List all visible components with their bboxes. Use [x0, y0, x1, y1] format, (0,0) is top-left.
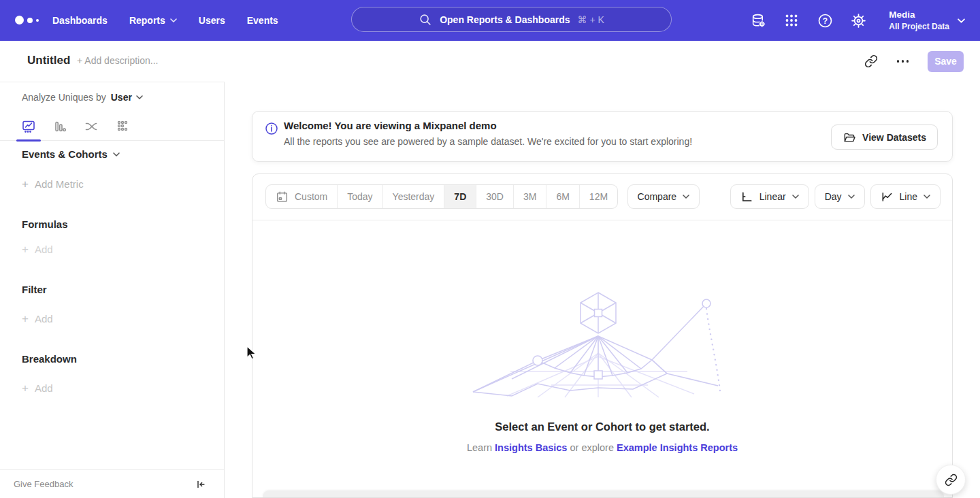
tab-flows[interactable]: [79, 113, 103, 140]
nav-item-dashboards[interactable]: Dashboards: [52, 15, 108, 26]
collapse-sidebar-icon[interactable]: [195, 479, 206, 490]
nav-label: Events: [247, 15, 278, 26]
settings-gear-icon[interactable]: [850, 12, 866, 29]
view-datasets-label: View Datasets: [862, 132, 926, 143]
filter-section-header: Filter: [22, 284, 47, 295]
data-management-icon[interactable]: [750, 12, 766, 29]
calendar-icon: [276, 190, 289, 203]
svg-text:?: ?: [823, 16, 828, 25]
date-range-7d[interactable]: 7D: [444, 185, 476, 208]
nav-item-events[interactable]: Events: [247, 15, 278, 26]
interval-label: Day: [825, 191, 842, 202]
chart-type-selector[interactable]: Line: [870, 184, 941, 209]
view-datasets-button[interactable]: View Datasets: [831, 124, 938, 150]
report-card: Custom Today Yesterday 7D 30D 3M 6M 12M …: [252, 173, 953, 498]
add-breakdown-label: Add: [35, 382, 53, 394]
plus-icon: +: [22, 178, 29, 190]
help-icon[interactable]: ?: [817, 12, 833, 29]
add-filter-label: Add: [35, 313, 53, 325]
chevron-down-icon: [924, 195, 930, 199]
events-cohorts-section-header[interactable]: Events & Cohorts: [22, 148, 120, 160]
empty-state-title: Select an Event or Cohort to get started…: [495, 420, 709, 433]
breakdown-section-header: Breakdown: [22, 353, 77, 365]
date-range-custom[interactable]: Custom: [266, 185, 337, 208]
date-range-6m[interactable]: 6M: [546, 185, 578, 208]
plus-icon: +: [22, 244, 29, 255]
tab-insights-chart[interactable]: [16, 113, 41, 140]
report-header: Untitled + Add description... Save: [0, 41, 980, 82]
chevron-down-icon: [848, 195, 855, 199]
nav-item-users[interactable]: Users: [199, 15, 225, 26]
query-builder-sidebar: Analyze Uniques by User: [0, 82, 225, 498]
chevron-down-icon: [792, 195, 799, 199]
mixpanel-logo-icon[interactable]: [15, 16, 39, 24]
search-placeholder: Open Reports & Dashboards: [440, 14, 570, 25]
date-range-label: 3M: [523, 191, 536, 202]
wireframe-mountain-illustration: [470, 288, 735, 399]
tab-bar-chart[interactable]: [48, 113, 72, 140]
report-title[interactable]: Untitled: [27, 54, 70, 67]
add-description-field[interactable]: + Add description...: [77, 55, 158, 66]
line-chart-icon: [881, 190, 894, 203]
scale-label: Linear: [760, 191, 786, 202]
top-navigation-bar: Dashboards Reports Users Events Open Rep…: [0, 0, 980, 41]
project-selector[interactable]: Media All Project Data: [889, 9, 965, 32]
banner-subtitle: All the reports you see are powered by a…: [284, 136, 692, 147]
date-range-label: Yesterday: [393, 191, 435, 202]
add-filter-button[interactable]: + Add: [22, 313, 53, 325]
project-name: Media: [889, 9, 949, 21]
flows-icon: [84, 119, 99, 134]
add-formula-button[interactable]: + Add: [22, 244, 53, 255]
empty-state-links: Learn Insights Basics or explore Example…: [467, 442, 738, 453]
date-range-label: Today: [347, 191, 372, 202]
interval-selector[interactable]: Day: [815, 184, 865, 209]
add-breakdown-button[interactable]: + Add: [22, 382, 53, 394]
scale-selector[interactable]: Linear: [730, 184, 809, 209]
analyze-label: Analyze Uniques by: [22, 92, 106, 103]
visualization-tabs: [0, 113, 224, 141]
project-info: Media All Project Data: [889, 9, 949, 32]
info-icon: [265, 122, 278, 135]
more-options-button[interactable]: [894, 57, 912, 65]
global-search[interactable]: Open Reports & Dashboards ⌘ + K: [351, 7, 672, 32]
empty-chart-state: Select an Event or Cohort to get started…: [252, 220, 952, 491]
chevron-down-icon: [683, 195, 689, 199]
add-metric-button[interactable]: + Add Metric: [22, 178, 84, 190]
date-range-label: 6M: [556, 191, 569, 202]
floating-share-link-button[interactable]: [936, 465, 966, 495]
share-link-icon[interactable]: [864, 54, 878, 68]
tab-scatter[interactable]: [110, 113, 135, 140]
hint-text: Learn: [467, 442, 492, 453]
hint-text: or explore: [570, 442, 613, 453]
section-title: Formulas: [22, 218, 68, 230]
chevron-down-icon: [113, 152, 120, 156]
date-range-today[interactable]: Today: [337, 185, 382, 208]
nav-label: Reports: [129, 15, 165, 26]
nav-item-reports[interactable]: Reports: [129, 15, 177, 26]
chevron-down-icon: [958, 18, 965, 23]
plus-icon: +: [22, 313, 29, 325]
date-range-control: Custom Today Yesterday 7D 30D 3M 6M 12M: [265, 184, 618, 209]
chevron-down-icon: [170, 18, 177, 22]
date-range-12m[interactable]: 12M: [579, 185, 617, 208]
save-button[interactable]: Save: [928, 51, 964, 72]
analyze-uniques-row: Analyze Uniques by User: [22, 92, 143, 103]
section-title: Breakdown: [22, 353, 77, 365]
chart-toolbar: Custom Today Yesterday 7D 30D 3M 6M 12M …: [265, 184, 941, 209]
date-range-30d[interactable]: 30D: [476, 185, 513, 208]
example-insights-reports-link[interactable]: Example Insights Reports: [617, 442, 738, 453]
compare-button[interactable]: Compare: [627, 184, 700, 209]
project-scope: All Project Data: [889, 21, 949, 32]
formulas-section-header: Formulas: [22, 218, 68, 230]
link-icon: [945, 474, 958, 486]
give-feedback-link[interactable]: Give Feedback: [14, 479, 73, 489]
date-range-3m[interactable]: 3M: [513, 185, 546, 208]
apps-grid-icon[interactable]: [783, 12, 800, 29]
section-title: Filter: [22, 284, 47, 295]
date-range-label: 30D: [486, 191, 504, 202]
insights-basics-link[interactable]: Insights Basics: [495, 442, 567, 453]
welcome-banner: Welcome! You are viewing a Mixpanel demo…: [252, 111, 953, 162]
date-range-yesterday[interactable]: Yesterday: [382, 185, 444, 208]
analyze-by-selector[interactable]: User: [111, 92, 143, 103]
section-title: Events & Cohorts: [22, 148, 108, 160]
